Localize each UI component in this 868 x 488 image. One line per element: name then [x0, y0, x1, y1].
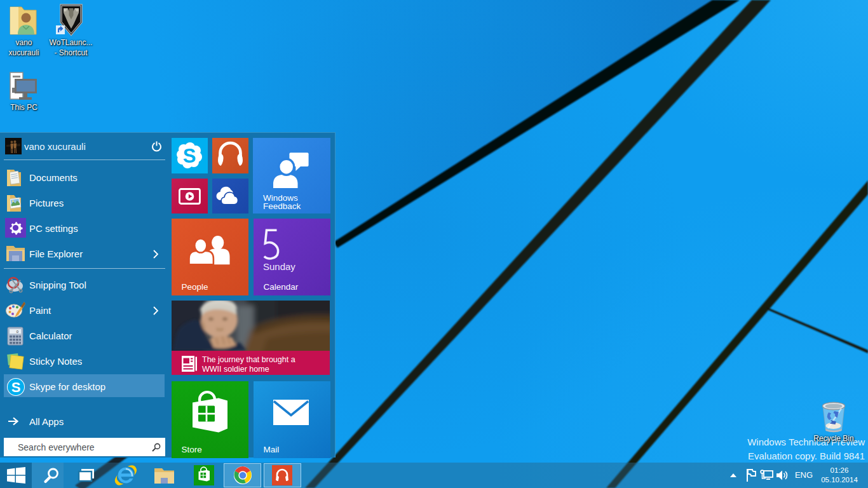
svg-text:S: S [11, 379, 21, 395]
svg-text:S: S [183, 145, 196, 167]
